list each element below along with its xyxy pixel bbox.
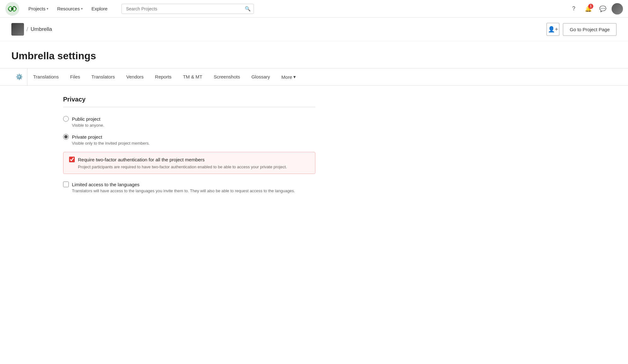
breadcrumb-bar: / Umbrella 👤+ Go to Project Page [0, 18, 628, 41]
project-avatar [11, 23, 24, 36]
private-project-desc: Visible only to the invited project memb… [72, 141, 315, 146]
go-to-project-button[interactable]: Go to Project Page [563, 23, 617, 36]
search-container: 🔍 [121, 4, 254, 14]
nav-explore[interactable]: Explore [88, 4, 111, 13]
user-avatar[interactable] [612, 3, 623, 14]
private-project-option: Private project Visible only to the invi… [63, 134, 315, 146]
search-icon: 🔍 [245, 6, 251, 12]
notifications-button[interactable]: 🔔 1 [583, 3, 594, 14]
public-project-row: Public project [63, 116, 315, 122]
question-icon: ? [572, 5, 575, 12]
private-project-radio[interactable] [63, 134, 69, 140]
private-project-row: Private project [63, 134, 315, 140]
privacy-section-title: Privacy [63, 96, 315, 103]
twofa-row: Require two-factor authentication for al… [69, 157, 309, 162]
public-project-label[interactable]: Public project [72, 116, 100, 122]
add-member-button[interactable]: 👤+ [546, 23, 560, 36]
project-name: Umbrella [31, 26, 52, 32]
add-person-icon: 👤+ [548, 26, 558, 33]
public-project-radio[interactable] [63, 116, 69, 122]
nav-projects[interactable]: Projects ▾ [25, 4, 52, 13]
tab-screenshots[interactable]: Screenshots [208, 69, 246, 85]
logo[interactable] [5, 2, 20, 16]
chevron-down-icon: ▾ [293, 74, 296, 80]
public-project-option: Public project Visible to anyone. [63, 116, 315, 128]
main-nav: Projects ▾ Resources ▾ Explore [25, 4, 111, 13]
tab-translators[interactable]: Translators [86, 69, 120, 85]
tab-settings-icon[interactable]: ⚙️ [11, 68, 27, 85]
search-input[interactable] [121, 4, 254, 14]
limited-access-option: Limited access to the languages Translat… [63, 182, 315, 193]
twofa-desc: Project participants are required to hav… [78, 165, 287, 169]
limited-access-row: Limited access to the languages [63, 182, 315, 187]
limited-access-label[interactable]: Limited access to the languages [72, 182, 139, 187]
limited-access-desc: Translators will have access to the lang… [72, 188, 315, 193]
page-title: Umbrella settings [11, 50, 617, 62]
breadcrumb-separator: / [26, 26, 28, 33]
chevron-down-icon: ▾ [47, 7, 48, 10]
content-area: Privacy Public project Visible to anyone… [0, 86, 379, 203]
nav-resources[interactable]: Resources ▾ [53, 4, 86, 13]
notification-badge: 1 [588, 4, 593, 9]
messages-button[interactable]: 💬 [597, 3, 608, 14]
section-divider [63, 107, 315, 107]
breadcrumb: / Umbrella [11, 23, 52, 36]
private-project-label[interactable]: Private project [72, 134, 102, 140]
tab-reports[interactable]: Reports [149, 69, 177, 85]
breadcrumb-actions: 👤+ Go to Project Page [546, 23, 617, 36]
tabs-bar: ⚙️ Translations Files Translators Vendor… [0, 68, 628, 86]
tab-glossary[interactable]: Glossary [246, 69, 276, 85]
limited-access-checkbox[interactable] [63, 182, 69, 187]
twofa-checkbox[interactable] [69, 157, 75, 162]
tab-translations[interactable]: Translations [27, 69, 64, 85]
chevron-down-icon: ▾ [81, 7, 83, 10]
chat-icon: 💬 [599, 5, 606, 12]
sliders-icon: ⚙️ [16, 73, 23, 80]
navbar-actions: ? 🔔 1 💬 [568, 3, 623, 14]
twofa-label[interactable]: Require two-factor authentication for al… [78, 157, 205, 162]
public-project-desc: Visible to anyone. [72, 123, 315, 128]
page-title-section: Umbrella settings [0, 41, 628, 68]
tab-more[interactable]: More ▾ [276, 69, 302, 85]
navbar: Projects ▾ Resources ▾ Explore 🔍 ? 🔔 1 💬 [0, 0, 628, 18]
twofa-box: Require two-factor authentication for al… [63, 152, 315, 174]
tab-vendors[interactable]: Vendors [120, 69, 149, 85]
tab-files[interactable]: Files [64, 69, 86, 85]
help-button[interactable]: ? [568, 3, 579, 14]
tab-tm-mt[interactable]: TM & MT [177, 69, 208, 85]
svg-point-1 [11, 8, 14, 10]
